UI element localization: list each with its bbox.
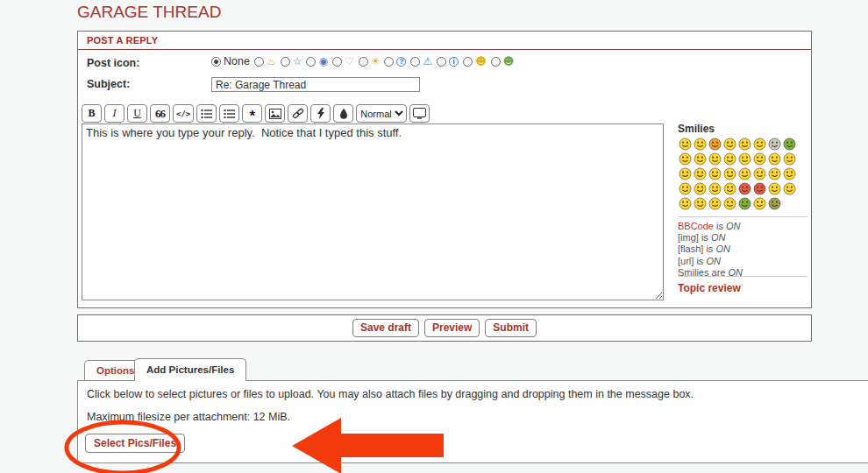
smiley-icon[interactable] xyxy=(782,152,797,166)
code-button[interactable]: </> xyxy=(173,104,194,123)
smiley-icon[interactable] xyxy=(693,196,708,211)
post-icon-option-info[interactable]: i xyxy=(437,57,459,67)
smiley-icon[interactable] xyxy=(722,181,737,196)
smilies-header: Smilies xyxy=(678,123,715,135)
smiley-icon[interactable] xyxy=(678,137,693,152)
smiley-icon[interactable] xyxy=(767,152,782,166)
post-icon-radio-mrgreen[interactable] xyxy=(491,57,501,67)
form-actions: Save draft Preview Submit xyxy=(77,314,812,342)
quote-button[interactable]: 66 xyxy=(150,104,170,123)
smiley-icon[interactable] xyxy=(782,181,797,196)
tab-add-pictures-files[interactable]: Add Pictures/Files xyxy=(134,358,246,381)
smiley-icon[interactable] xyxy=(752,137,767,152)
list-bullet-button[interactable] xyxy=(196,104,217,123)
question-icon: ? xyxy=(396,57,406,67)
post-icon-option-sun[interactable]: ☀ xyxy=(359,56,381,67)
smiley-icon[interactable] xyxy=(708,181,722,196)
smiley-icon[interactable] xyxy=(767,137,782,152)
post-reply-page: GARAGE THREAD POST A REPLY Post icon: No… xyxy=(0,0,868,473)
post-icon-radio-star[interactable] xyxy=(281,57,290,67)
smiley-icon[interactable] xyxy=(737,196,752,211)
bbcode-tag-label: [img] xyxy=(678,232,699,243)
post-icon-option-star[interactable]: ☆ xyxy=(281,56,302,67)
smiley-icon[interactable] xyxy=(708,137,722,152)
preview-button[interactable]: Preview xyxy=(424,319,480,337)
post-icon-radio-heart[interactable] xyxy=(332,57,342,67)
star-icon: ☆ xyxy=(293,56,302,67)
smiley-icon[interactable] xyxy=(693,181,708,196)
bbcode-toolbar: BIU66</>*Normal xyxy=(82,104,430,123)
post-icon-option-fire[interactable]: ♨ xyxy=(254,56,276,67)
info-icon: i xyxy=(449,57,459,67)
smiley-icon[interactable] xyxy=(678,181,693,196)
smiley-icon[interactable] xyxy=(678,166,693,181)
smiley-icon[interactable] xyxy=(767,181,782,196)
font-color-button[interactable] xyxy=(333,104,353,123)
bbcode-tag-label: [flash] xyxy=(678,244,703,254)
fire-icon: ♨ xyxy=(267,56,276,67)
message-textarea[interactable]: This is where you type your reply. Notic… xyxy=(82,124,664,300)
post-icon-radio-none[interactable] xyxy=(211,57,221,67)
underline-button[interactable]: U xyxy=(127,104,147,123)
topic-review-link[interactable]: Topic review xyxy=(678,282,741,294)
post-icon-radio-sun[interactable] xyxy=(359,57,368,67)
smiley-icon[interactable] xyxy=(708,196,722,211)
submit-button[interactable]: Submit xyxy=(485,319,537,337)
image-button[interactable] xyxy=(265,104,285,123)
italic-button[interactable]: I xyxy=(104,104,125,123)
smiley-icon[interactable] xyxy=(722,137,737,152)
smiley-icon[interactable] xyxy=(722,166,737,181)
smiley-icon[interactable] xyxy=(678,196,693,211)
flash-button[interactable] xyxy=(310,104,331,123)
bold-button[interactable]: B xyxy=(82,104,102,123)
post-icon-option-alert[interactable]: ⚠ xyxy=(410,56,432,67)
list-item-button[interactable]: * xyxy=(242,104,262,123)
font-size-select[interactable]: Normal xyxy=(356,104,407,123)
post-icon-option-ball[interactable]: ◉ xyxy=(306,56,327,67)
attachments-panel: Click below to select pictures or files … xyxy=(77,380,868,463)
fullscreen-button[interactable] xyxy=(409,104,430,123)
post-icon-radio-fire[interactable] xyxy=(254,57,264,67)
save-draft-button[interactable]: Save draft xyxy=(352,319,419,337)
post-icon-radio-question[interactable] xyxy=(384,57,394,67)
smiley-icon[interactable] xyxy=(782,166,797,181)
subject-input[interactable] xyxy=(211,77,420,92)
bbcode-status-line: BBCode is ON xyxy=(678,221,743,232)
post-icon-option-mrgreen[interactable]: ☻ xyxy=(491,56,515,67)
smilies-grid xyxy=(678,137,797,211)
post-icon-option-heart[interactable]: ♡ xyxy=(332,56,354,67)
bbcode-link[interactable]: BBCode xyxy=(678,221,714,231)
smiley-icon[interactable] xyxy=(737,181,752,196)
bbcode-status-line: Smilies are ON xyxy=(678,267,743,279)
post-icon-option-question[interactable]: ? xyxy=(384,57,406,67)
post-icon-radio-alert[interactable] xyxy=(410,57,420,67)
smiley-icon[interactable] xyxy=(693,152,708,166)
heart-icon: ♡ xyxy=(345,56,354,67)
post-icon-option-smile[interactable]: ☻ xyxy=(463,56,487,67)
smiley-icon[interactable] xyxy=(767,196,782,211)
smiley-icon[interactable] xyxy=(708,166,722,181)
smiley-icon[interactable] xyxy=(722,152,737,166)
smiley-icon[interactable] xyxy=(752,152,767,166)
smiley-icon[interactable] xyxy=(737,152,752,166)
smiley-icon[interactable] xyxy=(722,196,737,211)
link-button[interactable] xyxy=(288,104,308,123)
post-icon-radio-ball[interactable] xyxy=(306,57,316,67)
smiley-icon[interactable] xyxy=(752,196,767,211)
divider xyxy=(678,276,808,277)
post-icon-radio-smile[interactable] xyxy=(463,57,473,67)
smiley-icon[interactable] xyxy=(767,166,782,181)
smiley-icon[interactable] xyxy=(693,166,708,181)
post-icon-option-none[interactable]: None xyxy=(211,55,250,67)
select-pics-files-button[interactable]: Select Pics/Files xyxy=(85,434,185,453)
smiley-icon[interactable] xyxy=(752,166,767,181)
smiley-icon[interactable] xyxy=(693,137,708,152)
post-icon-radio-info[interactable] xyxy=(437,57,446,67)
smiley-icon[interactable] xyxy=(737,137,752,152)
list-ordered-button[interactable] xyxy=(219,104,239,123)
smiley-icon[interactable] xyxy=(737,166,752,181)
smiley-icon[interactable] xyxy=(678,152,693,166)
smiley-icon[interactable] xyxy=(752,181,767,196)
smiley-icon[interactable] xyxy=(708,152,722,166)
smiley-icon[interactable] xyxy=(782,137,797,152)
